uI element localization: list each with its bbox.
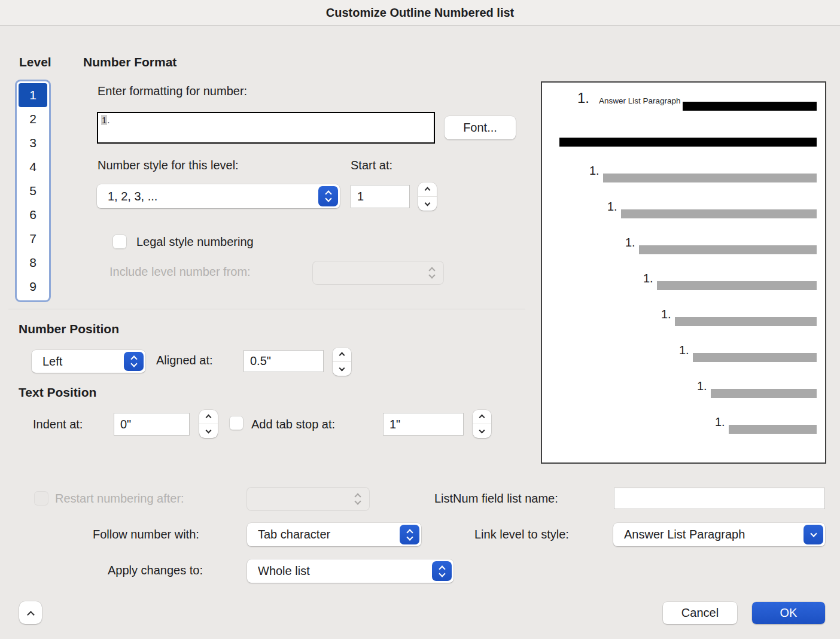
preview-row-number: 1.: [697, 379, 707, 393]
apply-changes-label: Apply changes to:: [108, 564, 203, 577]
indent-at-label: Indent at:: [33, 418, 83, 431]
number-style-label: Number style for this level:: [98, 159, 239, 172]
preview-black-bar: [559, 138, 817, 147]
preview-row-number: 1.: [607, 200, 617, 214]
link-level-value: Answer List Paragraph: [624, 528, 745, 541]
chevron-up-down-icon: [422, 263, 442, 282]
start-at-label: Start at:: [351, 159, 392, 172]
preview-row-number: 1.: [625, 236, 635, 249]
indent-at-input[interactable]: 0": [114, 413, 190, 436]
add-tab-stop-label: Add tab stop at:: [251, 418, 335, 431]
apply-changes-value: Whole list: [258, 564, 310, 578]
number-style-select[interactable]: 1, 2, 3, ...: [97, 184, 340, 208]
add-tab-stop-checkbox[interactable]: [229, 416, 244, 430]
listnum-label: ListNum field list name:: [434, 492, 558, 506]
number-format-heading: Number Format: [83, 55, 176, 69]
include-level-select: [313, 261, 443, 284]
include-level-label: Include level number from:: [109, 265, 251, 279]
level-item-3[interactable]: 3: [19, 131, 47, 155]
preview-black-bar: [683, 102, 817, 111]
preview-panel: 1. Answer List Paragraph 1.1.1.1.1.1.1.1…: [541, 81, 826, 464]
preview-row-number: 1.: [679, 343, 689, 357]
preview-row-bar: [603, 174, 817, 182]
chevron-up-down-icon: [124, 352, 144, 371]
font-button[interactable]: Font...: [445, 116, 516, 139]
number-position-value: Left: [42, 355, 62, 369]
text-position-heading: Text Position: [19, 385, 96, 400]
level-item-1[interactable]: 1: [19, 83, 47, 107]
start-at-input[interactable]: 1: [351, 185, 410, 208]
link-level-select[interactable]: Answer List Paragraph: [613, 523, 825, 546]
level-item-2[interactable]: 2: [19, 107, 47, 131]
indent-at-stepper[interactable]: [199, 410, 218, 438]
stepper-down-icon[interactable]: [473, 424, 491, 438]
apply-changes-select[interactable]: Whole list: [247, 559, 454, 583]
preview-row-number: 1.: [589, 164, 599, 178]
section-divider: [8, 309, 525, 309]
level-item-7[interactable]: 7: [19, 227, 47, 251]
start-at-stepper[interactable]: [418, 182, 437, 211]
preview-row-bar: [693, 353, 817, 362]
preview-row-bar: [711, 389, 817, 398]
aligned-at-label: Aligned at:: [156, 354, 213, 367]
aligned-at-stepper[interactable]: [333, 348, 351, 376]
number-position-heading: Number Position: [19, 322, 119, 336]
format-number-token: 1: [101, 115, 107, 125]
cancel-button[interactable]: Cancel: [663, 602, 737, 624]
chevron-down-icon: [804, 525, 823, 544]
link-level-label: Link level to style:: [474, 528, 569, 541]
restart-numbering-checkbox: [34, 491, 48, 506]
level-item-5[interactable]: 5: [19, 179, 47, 203]
restart-numbering-select: [247, 488, 369, 510]
level-item-4[interactable]: 4: [19, 155, 47, 179]
follow-number-value: Tab character: [258, 528, 330, 541]
preview-row-number: 1.: [715, 415, 725, 429]
level-item-9[interactable]: 9: [19, 275, 47, 299]
dialog-titlebar: Customize Outline Numbered list: [0, 0, 840, 26]
preview-row-bar: [621, 209, 817, 218]
legal-style-checkbox[interactable]: [112, 235, 127, 249]
stepper-down-icon[interactable]: [199, 424, 218, 438]
level-item-6[interactable]: 6: [19, 203, 47, 227]
number-position-select[interactable]: Left: [32, 350, 145, 373]
listnum-input[interactable]: [614, 488, 825, 509]
stepper-down-icon[interactable]: [418, 197, 437, 211]
enter-formatting-label: Enter formatting for number:: [98, 84, 247, 98]
preview-row-bar: [729, 425, 817, 434]
legal-style-label: Legal style numbering: [136, 235, 254, 249]
add-tab-stop-input[interactable]: 1": [383, 413, 464, 436]
aligned-at-input[interactable]: 0.5": [244, 350, 324, 372]
stepper-up-icon[interactable]: [418, 182, 437, 196]
add-tab-stop-stepper[interactable]: [473, 410, 491, 438]
chevron-up-down-icon: [318, 186, 338, 206]
preview-row-number: 1.: [643, 272, 653, 285]
dialog-title: Customize Outline Numbered list: [326, 6, 514, 20]
chevron-up-icon: [27, 611, 35, 619]
stepper-down-icon[interactable]: [333, 362, 351, 376]
restart-numbering-label: Restart numbering after:: [55, 492, 184, 506]
level-list: 123456789: [15, 80, 51, 302]
level-heading: Level: [19, 55, 51, 69]
chevron-up-down-icon: [348, 489, 367, 509]
stepper-up-icon[interactable]: [199, 410, 218, 424]
stepper-up-icon[interactable]: [333, 348, 351, 361]
customize-outline-dialog: Customize Outline Numbered list Level Nu…: [0, 0, 840, 639]
preview-row-bar: [675, 317, 817, 326]
format-suffix: .: [107, 115, 109, 125]
level-item-8[interactable]: 8: [19, 251, 47, 275]
chevron-up-down-icon: [432, 561, 452, 581]
ok-button[interactable]: OK: [752, 602, 825, 624]
preview-style-name: Answer List Paragraph: [599, 96, 681, 105]
follow-number-select[interactable]: Tab character: [247, 523, 421, 546]
chevron-up-down-icon: [400, 525, 419, 544]
preview-level1-number: 1.: [577, 90, 589, 106]
preview-row-bar: [657, 281, 817, 290]
collapse-dialog-button[interactable]: [19, 601, 42, 624]
preview-row-number: 1.: [661, 308, 671, 321]
number-format-field[interactable]: 1.: [97, 112, 435, 144]
stepper-up-icon[interactable]: [473, 410, 491, 424]
follow-number-label: Follow number with:: [93, 528, 199, 541]
preview-row-bar: [639, 245, 817, 254]
number-style-value: 1, 2, 3, ...: [108, 190, 157, 203]
